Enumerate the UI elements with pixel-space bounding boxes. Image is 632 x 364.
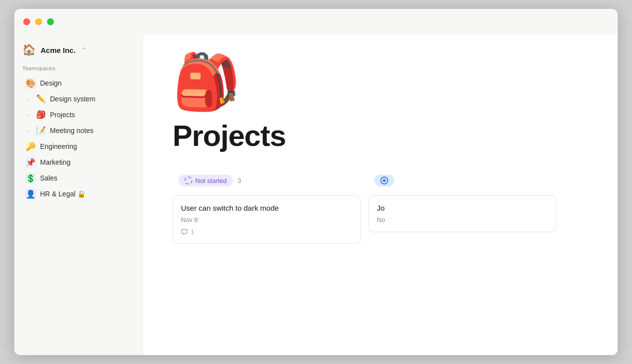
titlebar xyxy=(14,9,618,35)
sidebar-item-projects[interactable]: › 🎒 Projects xyxy=(17,107,139,123)
chevron-icon: › xyxy=(25,127,32,134)
main-content: 🎒 Projects Not started 3 User can switch… xyxy=(143,35,618,355)
sidebar-item-sales[interactable]: 💲 Sales xyxy=(17,170,139,186)
hr-icon-bg: 👤 xyxy=(25,188,36,199)
projects-emoji: 🎒 xyxy=(36,111,46,119)
card-footer: 1 xyxy=(181,228,352,235)
kanban-card[interactable]: User can switch to dark mode Nov 8 1 xyxy=(173,195,361,244)
in-progress-icon xyxy=(380,177,388,184)
sidebar-item-design-label: Design xyxy=(40,79,62,87)
workspace-icon: 🏠 xyxy=(22,45,36,55)
sidebar-item-projects-label: Projects xyxy=(50,111,75,119)
column-header-in-progress xyxy=(368,171,556,190)
sidebar-item-sales-label: Sales xyxy=(40,174,57,182)
sidebar-item-hr-legal-label: HR & Legal 🔒 xyxy=(40,190,86,198)
sidebar-item-design-system-label: Design system xyxy=(50,95,95,103)
workspace-chevron-icon: ⌃ xyxy=(82,46,87,53)
minimize-button[interactable] xyxy=(35,18,42,25)
content-area: 🏠 Acme Inc. ⌃ Teamspaces 🎨 Design › ✏️ D… xyxy=(14,35,618,355)
marketing-icon-bg: 📌 xyxy=(25,157,36,168)
sidebar-item-design-system[interactable]: › ✏️ Design system xyxy=(17,91,139,107)
hr-emoji: 👤 xyxy=(26,189,36,199)
comment-count: 1 xyxy=(191,228,194,235)
maximize-button[interactable] xyxy=(47,18,54,25)
not-started-count: 3 xyxy=(238,177,241,184)
card-title: User can switch to dark mode xyxy=(181,204,352,212)
kanban-board: Not started 3 User can switch to dark mo… xyxy=(173,171,588,244)
sidebar-item-meeting-notes-label: Meeting notes xyxy=(50,127,93,135)
chevron-icon: › xyxy=(25,95,32,102)
sidebar: 🏠 Acme Inc. ⌃ Teamspaces 🎨 Design › ✏️ D… xyxy=(14,35,143,355)
sidebar-item-design[interactable]: 🎨 Design xyxy=(17,75,139,91)
kanban-column-not-started: Not started 3 User can switch to dark mo… xyxy=(173,171,361,244)
comment-icon xyxy=(181,228,188,235)
sidebar-item-engineering[interactable]: 🔑 Engineering xyxy=(17,138,139,154)
meeting-notes-emoji: 📝 xyxy=(36,127,46,135)
engineering-icon-bg: 🔑 xyxy=(25,141,36,152)
design-emoji: 🎨 xyxy=(26,79,36,88)
partial-card-title: Jo xyxy=(377,204,548,212)
teamspaces-label: Teamspaces xyxy=(14,65,142,75)
not-started-icon xyxy=(184,177,192,184)
sidebar-item-marketing[interactable]: 📌 Marketing xyxy=(17,154,139,170)
sidebar-item-marketing-label: Marketing xyxy=(40,158,70,166)
engineering-emoji: 🔑 xyxy=(26,142,36,151)
partial-kanban-card[interactable]: Jo No xyxy=(368,195,556,232)
sales-emoji: 💲 xyxy=(26,174,36,183)
card-date: Nov 8 xyxy=(181,216,352,224)
app-window: 🏠 Acme Inc. ⌃ Teamspaces 🎨 Design › ✏️ D… xyxy=(14,9,618,355)
workspace-header[interactable]: 🏠 Acme Inc. ⌃ xyxy=(14,41,142,65)
sidebar-item-hr-legal[interactable]: 👤 HR & Legal 🔒 xyxy=(17,186,139,202)
page-icon: 🎒 xyxy=(173,54,588,109)
sales-icon-bg: 💲 xyxy=(25,173,36,183)
column-header-not-started: Not started 3 xyxy=(173,171,361,190)
in-progress-badge[interactable] xyxy=(374,175,394,186)
sidebar-item-engineering-label: Engineering xyxy=(40,142,77,150)
kanban-column-in-progress-partial: Jo No xyxy=(368,171,556,244)
workspace-name: Acme Inc. xyxy=(41,46,76,54)
partial-card-date: No xyxy=(377,216,548,224)
design-icon-bg: 🎨 xyxy=(25,78,36,89)
not-started-label: Not started xyxy=(195,177,227,184)
sidebar-item-meeting-notes[interactable]: › 📝 Meeting notes xyxy=(17,123,139,138)
marketing-emoji: 📌 xyxy=(26,158,36,167)
page-title: Projects xyxy=(173,119,588,153)
not-started-badge[interactable]: Not started xyxy=(179,175,233,186)
close-button[interactable] xyxy=(23,18,30,25)
design-system-emoji: ✏️ xyxy=(36,95,46,103)
chevron-icon: › xyxy=(25,111,32,118)
